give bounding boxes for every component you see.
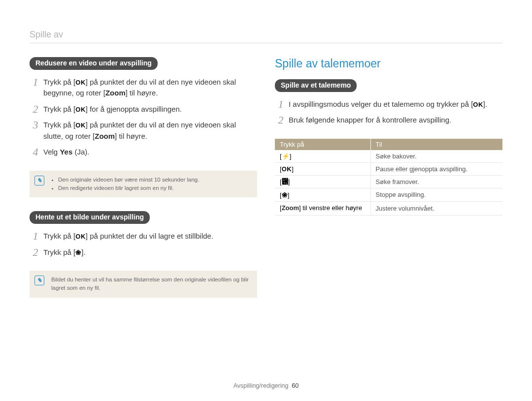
step-text: Trykk på [OK] på punktet der du vil at d… [43,78,236,97]
right-column: Spille av talememoer Spille av et taleme… [275,57,502,311]
step-text: Velg Yes (Ja). [43,148,89,156]
step-number: 1 [31,74,40,90]
key-cell: [Zoom] til venstre eller høyre [275,201,370,215]
note-list: Den originale videoen bør være minst 10 … [51,176,250,193]
step-number: 4 [31,144,40,160]
steps-reduce-video: 1 Trykk på [OK] på punktet der du vil at… [30,75,257,161]
key-cell: [὎] [275,175,370,188]
steps-play-memo: 1 I avspillingsmodus velger du et taleme… [275,97,502,129]
note-box: ✎ Bildet du henter ut vil ha samme filst… [30,271,257,298]
note-box: ✎ Den originale videoen bør være minst 1… [30,171,257,198]
step-text: I avspillingsmodus velger du et talememo… [289,100,487,108]
table-row: [OK] Pause eller gjenoppta avspilling. [275,162,502,175]
step-text: Bruk følgende knapper for å kontrollere … [289,116,451,124]
ok-icon: OK [75,78,86,88]
step: 1 Trykk på [OK] på punktet der du vil at… [30,75,257,102]
note-icon: ✎ [34,276,44,285]
footer-page-number: 60 [292,382,299,389]
flash-icon: ⚡ [282,153,290,160]
step: 1 Trykk på [OK] på punktet der du vil la… [30,229,257,245]
step-number: 1 [31,228,40,244]
desc-cell: Søke framover. [370,175,502,188]
step: 2 Trykk på [OK] for å gjenoppta avspilli… [30,102,257,118]
key-cell: [⚡] [275,150,370,163]
note-icon: ✎ [34,176,44,185]
controls-table: Trykk på Til [⚡] Søke bakover. [OK] [275,139,502,216]
page-footer: Avspilling/redigering 60 [0,382,532,389]
table-row: [⚡] Søke bakover. [275,150,502,163]
macro-flower-icon: ❀ [75,247,81,258]
ok-icon: OK [75,105,86,115]
self-timer-icon: ὎ [282,178,288,185]
step-number: 2 [276,112,286,128]
ok-icon: OK [75,232,86,242]
desc-cell: Justere volumnivået. [370,201,502,215]
table-row: [Zoom] til venstre eller høyre Justere v… [275,201,502,215]
step-text: Trykk på [OK] på punktet der du vil at d… [43,121,236,140]
step: 4 Velg Yes (Ja). [30,145,257,161]
left-column: Redusere en video under avspilling 1 Try… [30,57,257,311]
ok-icon: OK [75,121,86,130]
subheading-play-memo: Spille av et talememo [275,79,357,92]
step-number: 3 [31,117,40,133]
step-text: Trykk på [OK] på punktet der du vil lagr… [43,232,213,240]
key-cell: [❀] [275,188,370,201]
desc-cell: Pause eller gjenoppta avspilling. [370,162,502,175]
section-title: Spille av talememoer [275,57,502,70]
step: 2 Bruk følgende knapper for å kontroller… [275,113,502,129]
ok-icon: OK [282,165,292,173]
step-number: 2 [31,101,40,117]
step-number: 1 [276,96,286,112]
step-text: Trykk på [❀]. [43,248,86,256]
macro-flower-icon: ❀ [282,191,288,199]
step: 3 Trykk på [OK] på punktet der du vil at… [30,118,257,145]
note-item: Den originale videoen bør være minst 10 … [58,176,250,184]
manual-page: Spille av Redusere en video under avspil… [0,0,532,401]
table-header-action: Til [370,139,502,150]
steps-extract-image: 1 Trykk på [OK] på punktet der du vil la… [30,229,257,261]
subheading-extract-image: Hente ut et bilde under avspilling [30,211,150,224]
desc-cell: Stoppe avspilling. [370,188,502,201]
two-column-layout: Redusere en video under avspilling 1 Try… [30,57,502,311]
footer-section: Avspilling/redigering [233,382,289,389]
note-text: Bildet du henter ut vil ha samme filstør… [51,276,250,293]
step: 2 Trykk på [❀]. [30,245,257,261]
desc-cell: Søke bakover. [370,150,502,163]
table-header-key: Trykk på [275,139,370,150]
page-header: Spille av [30,30,502,43]
step-text: Trykk på [OK] for å gjenoppta avspilling… [43,105,182,113]
step-number: 2 [31,244,40,260]
table-row: [❀] Stoppe avspilling. [275,188,502,201]
ok-icon: OK [473,100,483,110]
note-item: Den redigerte videoen blir lagret som en… [58,184,250,192]
key-cell: [OK] [275,162,370,175]
subheading-reduce-video: Redusere en video under avspilling [30,57,158,70]
step: 1 I avspillingsmodus velger du et taleme… [275,97,502,113]
table-row: [὎] Søke framover. [275,175,502,188]
